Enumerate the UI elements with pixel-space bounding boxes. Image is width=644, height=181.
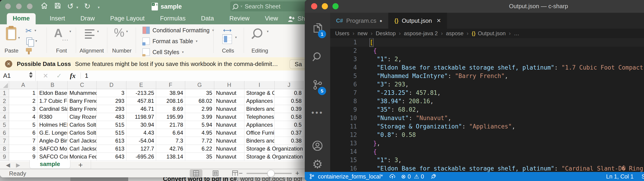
grid-cell-F7[interactable]: 7.3 — [156, 137, 185, 145]
grid-cell-J3[interactable]: 0.39 — [274, 105, 304, 113]
grid-cell-D3[interactable]: 293 — [97, 105, 126, 113]
grid-cell-B9[interactable]: SAFCO Comr — [38, 153, 68, 161]
grid-cell-B4[interactable]: R380 — [38, 113, 68, 121]
grid-cell-J5[interactable]: 0.5 — [274, 121, 304, 129]
grid-cell-I6[interactable]: Office Furnis — [244, 129, 274, 137]
grid-cell-G5[interactable]: 5.94 — [185, 121, 214, 129]
grid-cell-D5[interactable]: 515 — [97, 121, 126, 129]
grid-cell-E8[interactable]: 127.7 — [126, 145, 156, 153]
close-window-button[interactable] — [5, 4, 11, 9]
column-header-C[interactable]: C — [68, 81, 97, 89]
grid-cell-J6[interactable]: 0.37 — [274, 129, 304, 137]
confirm-entry-icon[interactable]: ✓ — [56, 72, 62, 80]
cut-dropdown-caret[interactable]: ▾ — [34, 29, 36, 33]
row-header-4[interactable]: 4 — [0, 113, 9, 121]
grid-cell-D6[interactable]: 515 — [97, 129, 126, 137]
toolbar-customize-icon[interactable]: ▾ — [98, 5, 100, 11]
sheet-tab-sample[interactable]: sample — [30, 160, 70, 169]
save-as-button[interactable]: Sa — [290, 59, 307, 69]
grid-cell-A3[interactable]: 3 — [9, 105, 38, 113]
rocket-icon[interactable] — [430, 173, 436, 180]
add-sheet-icon[interactable]: + — [78, 160, 83, 169]
number-icon[interactable]: % — [114, 26, 124, 39]
vscode-traffic-lights[interactable] — [311, 3, 338, 9]
row-header-5[interactable]: 5 — [0, 121, 9, 129]
grid-cell-I7[interactable]: Binders and — [244, 137, 274, 145]
grid-cell-J2[interactable]: 0.58 — [274, 97, 304, 105]
copy-icon[interactable] — [26, 38, 32, 45]
grid-cell-A1[interactable]: 1 — [9, 89, 38, 97]
zoom-in-icon[interactable]: + — [296, 169, 300, 177]
grid-cell-H7[interactable]: Nunavut — [214, 137, 244, 145]
column-header-B[interactable]: B — [38, 81, 68, 89]
grid-cell-G6[interactable]: 4.95 — [185, 129, 214, 137]
ribbon-tab-insert[interactable]: Insert — [48, 13, 66, 24]
grid-cell-F6[interactable]: 6.64 — [156, 129, 185, 137]
row-header-2[interactable]: 2 — [0, 97, 9, 105]
grid-cell-F3[interactable]: 8.69 — [156, 105, 185, 113]
grid-cell-C2[interactable]: Barry French — [68, 97, 97, 105]
column-header-J[interactable]: J — [274, 81, 304, 89]
grid-cell-D4[interactable]: 483 — [97, 113, 126, 121]
branch-name[interactable]: containerize_forms_local* — [318, 173, 383, 180]
grid-cell-A9[interactable]: 9 — [9, 153, 38, 161]
grid-cell-A6[interactable]: 6 — [9, 129, 38, 137]
grid-cell-F4[interactable]: 195.99 — [156, 113, 185, 121]
excel-traffic-lights[interactable] — [5, 4, 33, 9]
ribbon-tab-formulas[interactable]: Formulas — [158, 13, 187, 24]
alignment-icon[interactable] — [85, 29, 94, 39]
grid-cell-C1[interactable]: Muhammed — [68, 89, 97, 97]
grid-cell-B2[interactable]: 1.7 Cubic Foc — [38, 97, 68, 105]
grid-cell-C3[interactable]: Barry French — [68, 105, 97, 113]
name-box-stepper[interactable] — [29, 72, 33, 78]
grid-cell-F1[interactable]: 38.94 — [156, 89, 185, 97]
copy-dropdown-caret[interactable]: ▾ — [36, 39, 37, 43]
select-all-corner[interactable] — [0, 81, 9, 89]
code-line-1[interactable]: 1[ — [330, 38, 644, 47]
previous-sheet-icon[interactable]: ◀ — [6, 162, 10, 168]
minimize-window-button[interactable] — [16, 4, 22, 9]
code-line-16[interactable]: 16 "Eldon Base for stackable storage she… — [330, 164, 644, 172]
search-scope-caret[interactable]: ˅ — [240, 5, 242, 8]
next-sheet-icon[interactable]: ▶ — [16, 162, 20, 168]
cancel-entry-icon[interactable]: ✕ — [43, 72, 48, 80]
paste-dropdown-caret[interactable]: ▾ — [18, 36, 20, 40]
grid-cell-E3[interactable]: 46.71 — [126, 105, 156, 113]
column-header-E[interactable]: E — [126, 81, 156, 89]
breadcrumb-item[interactable]: … — [514, 30, 519, 37]
zoom-slider[interactable] — [246, 173, 292, 174]
git-branch-icon[interactable] — [309, 173, 315, 180]
source-control-icon[interactable]: 5 — [305, 79, 330, 91]
grid-cell-F5[interactable]: 21.78 — [156, 121, 185, 129]
grid-cell-D1[interactable]: 3 — [97, 89, 126, 97]
grid-cell-I5[interactable]: Appliances — [244, 121, 274, 129]
sync-changes-icon[interactable] — [389, 173, 396, 180]
cells-icon[interactable] — [222, 34, 232, 44]
grid-cell-B8[interactable]: SAFCO Mobi — [38, 145, 68, 153]
code-line-4[interactable]: 4 "Eldon Base for stackable storage shel… — [330, 63, 644, 72]
grid-cell-H3[interactable]: Nunavut — [214, 105, 244, 113]
grid-cell-C7[interactable]: Carl Jackson — [68, 137, 97, 145]
breadcrumb-item[interactable]: aspose — [446, 30, 463, 37]
cursor-position[interactable]: Ln 1, Col 1 — [606, 173, 634, 180]
code-editor[interactable]: 1[2 {3 "1": 2,4 "Eldon Base for stackabl… — [330, 38, 644, 172]
warnings-count[interactable]: 0 — [421, 173, 424, 180]
ribbon-tab-page-layout[interactable]: Page Layout — [109, 13, 146, 24]
row-header-1[interactable]: 1 — [0, 89, 9, 97]
breadcrumb-item[interactable]: Output.json — [478, 30, 506, 37]
formula-bar-value[interactable]: 1 — [85, 72, 88, 79]
grid-cell-C9[interactable]: Monica Fede — [68, 153, 97, 161]
grid-cell-E9[interactable]: -695.26 — [126, 153, 156, 161]
row-header-9[interactable]: 9 — [0, 153, 9, 161]
breadcrumb-item[interactable]: new — [358, 30, 368, 37]
cells-dropdown-caret[interactable]: ▾ — [235, 35, 237, 39]
grid-cell-E2[interactable]: 457.81 — [126, 97, 156, 105]
warnings-icon[interactable]: ⚠ — [414, 173, 419, 180]
zoom-out-icon[interactable]: − — [239, 169, 243, 177]
grid-cell-G3[interactable]: 2.99 — [185, 105, 214, 113]
cut-icon[interactable]: ✂ — [26, 26, 32, 35]
grid-cell-J4[interactable]: 0.58 — [274, 113, 304, 121]
grid-cell-H6[interactable]: Nunavut — [214, 129, 244, 137]
grid-cell-C4[interactable]: Clay Rozenda — [68, 113, 97, 121]
close-tab-icon[interactable]: ✕ — [436, 18, 441, 24]
